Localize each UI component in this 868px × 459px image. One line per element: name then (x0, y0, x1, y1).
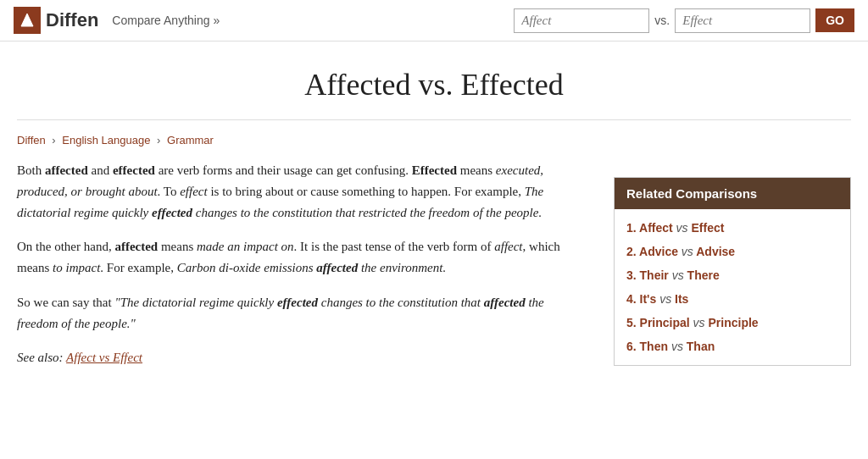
page-title-area: Affected vs. Effected (17, 41, 851, 120)
paragraph1: Both affected and effected are verb form… (17, 160, 580, 223)
list-item: 1. Affect vs Effect (615, 216, 850, 240)
go-button[interactable]: GO (815, 8, 854, 32)
search-area: vs. GO (514, 8, 854, 33)
search-input2[interactable] (675, 8, 810, 33)
breadcrumb: Diffen › English Language › Grammar (17, 134, 851, 147)
see-also-label: See also: (17, 351, 64, 364)
sidebar: Related Comparisons 1. Affect vs Effect … (614, 177, 851, 366)
paragraph3: So we can say that "The dictatorial regi… (17, 292, 580, 335)
article: Both affected and effected are verb form… (17, 160, 580, 382)
svg-marker-0 (21, 14, 33, 26)
related-link-2[interactable]: 2. Advice vs Advise (626, 245, 735, 258)
list-item: 3. Their vs There (615, 263, 850, 287)
list-item: 4. It's vs Its (615, 287, 850, 311)
list-item: 2. Advice vs Advise (615, 240, 850, 263)
related-list: 1. Affect vs Effect 2. Advice vs Advise … (615, 209, 850, 365)
compare-label: Compare Anything » (112, 14, 220, 27)
see-also-link[interactable]: Affect vs Effect (66, 351, 142, 364)
vs-label: vs. (654, 14, 670, 27)
list-item: 5. Principal vs Principle (615, 311, 850, 335)
breadcrumb-link-diffen[interactable]: Diffen (17, 134, 46, 147)
see-also: See also: Affect vs Effect (17, 347, 580, 368)
logo-link[interactable]: Diffen (14, 7, 98, 34)
related-link-5[interactable]: 5. Principal vs Principle (626, 316, 759, 329)
related-link-1[interactable]: 1. Affect vs Effect (626, 221, 724, 235)
search-input1[interactable] (514, 8, 649, 33)
logo-text: Diffen (46, 9, 98, 31)
list-item: 6. Then vs Than (615, 335, 850, 358)
paragraph2: On the other hand, affected means made a… (17, 236, 580, 279)
related-link-3[interactable]: 3. Their vs There (626, 268, 720, 282)
related-link-4[interactable]: 4. It's vs Its (626, 292, 688, 306)
related-title: Related Comparisons (615, 178, 850, 209)
breadcrumb-link-english[interactable]: English Language (62, 134, 150, 147)
related-box: Related Comparisons 1. Affect vs Effect … (614, 177, 851, 366)
related-link-6[interactable]: 6. Then vs Than (626, 340, 715, 353)
breadcrumb-link-grammar[interactable]: Grammar (167, 134, 214, 147)
content-wrapper: Both affected and effected are verb form… (17, 160, 851, 382)
logo-icon (14, 7, 41, 34)
page-title: Affected vs. Effected (17, 67, 851, 102)
